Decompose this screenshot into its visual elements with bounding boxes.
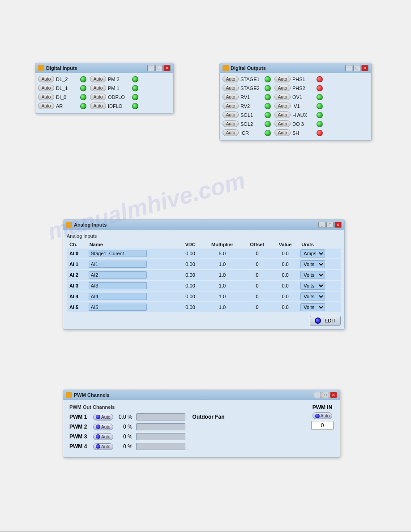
do-stage1-auto-btn[interactable]: Auto	[223, 76, 239, 82]
edit-button[interactable]: EDIT	[310, 316, 341, 326]
pwm-in-value: 0	[311, 421, 334, 430]
digital-outputs-controls: _ □ ✕	[345, 65, 368, 71]
edit-label: EDIT	[325, 318, 336, 323]
di-idflo-row: Auto IDFLO	[90, 103, 138, 109]
pwm3-led	[96, 434, 100, 439]
close-button[interactable]: ✕	[163, 65, 171, 71]
ai-ch-3: AI 3	[67, 281, 87, 291]
do-icr-auto-btn[interactable]: Auto	[223, 129, 239, 136]
ai-name-input-2[interactable]	[89, 271, 147, 279]
di-ar-auto-btn[interactable]: Auto	[38, 103, 54, 109]
di-idflo-led	[132, 103, 138, 109]
do-iv1-auto-btn[interactable]: Auto	[274, 103, 291, 109]
pwm-maximize-button[interactable]: □	[322, 392, 329, 398]
digital-outputs-title: Digital Outputs	[231, 65, 266, 71]
do-phs2-label: PHS2	[292, 86, 315, 91]
ai-units-2[interactable]: AmpsVolts	[299, 270, 341, 280]
ai-units-3[interactable]: AmpsVolts	[299, 281, 341, 291]
pwm3-auto-btn[interactable]: Auto	[93, 433, 113, 440]
ai-vdc-4: 0.00	[179, 292, 202, 301]
minimize-button[interactable]: _	[147, 65, 154, 71]
analog-row-0: AI 00.005.000.0AmpsVolts	[67, 249, 341, 258]
digital-inputs-icon	[38, 65, 44, 71]
ai-minimize-button[interactable]: _	[318, 222, 325, 228]
ai-name-4[interactable]	[87, 292, 179, 301]
di-dl2-row: Auto DL_2	[38, 76, 86, 82]
ai-close-button[interactable]: ✕	[334, 222, 342, 228]
do-haux-auto-btn[interactable]: Auto	[274, 112, 291, 118]
ai-units-select-5[interactable]: AmpsVolts	[300, 303, 325, 311]
di-di0-auto-btn[interactable]: Auto	[38, 94, 54, 100]
ai-value-1: 0.0	[272, 259, 299, 269]
ai-maximize-button[interactable]: □	[326, 222, 334, 228]
pwm-in-auto-btn[interactable]: Auto	[313, 412, 333, 419]
ai-units-select-2[interactable]: AmpsVolts	[300, 271, 325, 279]
pwm1-auto-btn[interactable]: Auto	[93, 414, 113, 420]
do-phs2-row: Auto PHS2	[274, 85, 323, 91]
ai-offset-3: 0	[243, 281, 272, 291]
pwm2-label: PWM 2	[69, 424, 90, 430]
col-value: Value	[272, 240, 299, 249]
ai-name-input-4[interactable]	[89, 293, 147, 300]
ai-units-select-0[interactable]: AmpsVolts	[300, 249, 325, 257]
analog-inputs-title: Analog Inputs	[74, 222, 107, 227]
do-rv1-auto-btn[interactable]: Auto	[223, 94, 239, 100]
ai-multiplier-1: 1.0	[202, 259, 242, 269]
pwm-minimize-button[interactable]: _	[314, 392, 321, 398]
do-stage1-label: STAGE1	[240, 77, 263, 82]
di-dl1-auto-btn[interactable]: Auto	[38, 85, 54, 91]
di-pm1-auto-btn[interactable]: Auto	[90, 85, 106, 91]
do-rv2-auto-btn[interactable]: Auto	[223, 103, 239, 109]
ai-offset-1: 0	[243, 259, 272, 269]
ai-units-0[interactable]: AmpsVolts	[299, 249, 341, 258]
do-rv1-label: RV1	[240, 94, 263, 100]
do-close-button[interactable]: ✕	[361, 65, 368, 71]
col-units: Units	[299, 240, 341, 249]
do-do3-auto-btn[interactable]: Auto	[274, 120, 291, 127]
ai-offset-0: 0	[243, 249, 272, 258]
ai-name-5[interactable]	[87, 302, 179, 312]
ai-name-input-0[interactable]	[89, 250, 147, 257]
ai-units-1[interactable]: AmpsVolts	[299, 259, 341, 269]
pwm-close-button[interactable]: ✕	[330, 392, 337, 398]
ai-name-input-1[interactable]	[89, 261, 147, 268]
ai-vdc-1: 0.00	[179, 259, 202, 269]
pwm2-auto-btn[interactable]: Auto	[93, 424, 113, 430]
ai-units-4[interactable]: AmpsVolts	[299, 292, 341, 301]
pwm2-auto-label: Auto	[101, 425, 111, 429]
do-stage2-auto-btn[interactable]: Auto	[223, 85, 239, 91]
ai-name-0[interactable]	[87, 249, 179, 258]
spacer-row-5	[67, 312, 341, 313]
do-sh-auto-btn[interactable]: Auto	[274, 129, 291, 136]
di-pm2-auto-btn[interactable]: Auto	[90, 76, 106, 82]
ai-multiplier-5: 1.0	[202, 302, 242, 312]
do-stage1-row: Auto STAGE1	[223, 76, 271, 82]
analog-inputs-table: Ch. Name VDC Multiplier Offset Value Uni…	[67, 240, 341, 313]
ai-name-input-5[interactable]	[89, 304, 147, 311]
pwm-in-title: PWM IN	[313, 404, 333, 411]
ai-name-3[interactable]	[87, 281, 179, 291]
pwm4-row: PWM 4 Auto 0 %	[69, 443, 302, 450]
ai-units-select-3[interactable]: AmpsVolts	[300, 282, 325, 290]
maximize-button[interactable]: □	[155, 65, 163, 71]
do-sol2-auto-btn[interactable]: Auto	[223, 120, 239, 127]
ai-value-4: 0.0	[272, 292, 299, 301]
do-phs2-auto-btn[interactable]: Auto	[274, 85, 291, 91]
ai-units-select-4[interactable]: AmpsVolts	[300, 292, 325, 300]
ai-name-1[interactable]	[87, 259, 179, 269]
do-phs1-auto-btn[interactable]: Auto	[274, 76, 291, 82]
pwm4-auto-btn[interactable]: Auto	[93, 443, 113, 450]
ai-units-select-1[interactable]: AmpsVolts	[300, 260, 325, 268]
di-idflo-auto-btn[interactable]: Auto	[90, 103, 106, 109]
di-dl2-auto-btn[interactable]: Auto	[38, 76, 54, 82]
ai-name-2[interactable]	[87, 270, 179, 280]
do-sol1-row: Auto SOL1	[223, 112, 271, 118]
do-ov1-auto-btn[interactable]: Auto	[274, 94, 291, 100]
ai-units-5[interactable]: AmpsVolts	[299, 302, 341, 312]
do-sol1-auto-btn[interactable]: Auto	[223, 112, 239, 118]
do-minimize-button[interactable]: _	[345, 65, 352, 71]
ai-name-input-3[interactable]	[89, 282, 147, 289]
do-maximize-button[interactable]: □	[353, 65, 360, 71]
di-odflo-auto-btn[interactable]: Auto	[90, 94, 106, 100]
pwm3-bar-container	[136, 433, 185, 440]
